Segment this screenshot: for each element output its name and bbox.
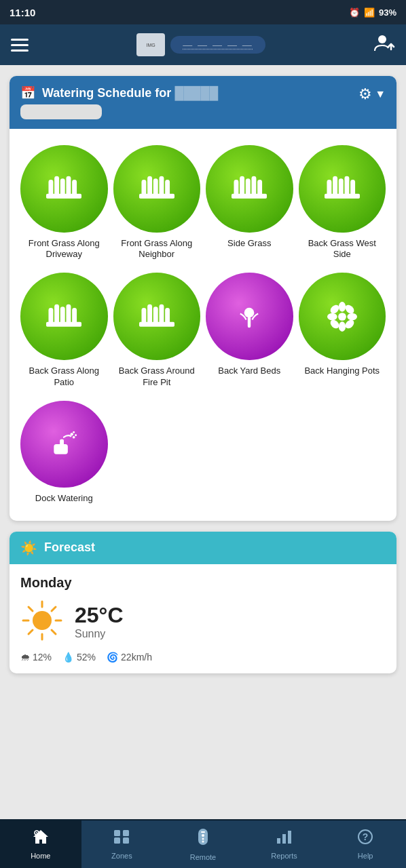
zone-item-6[interactable]: Back Grass Around Fire Pit <box>113 273 201 388</box>
svg-line-59 <box>29 607 33 611</box>
svg-rect-20 <box>327 180 331 196</box>
zone-item-9[interactable]: Dock Watering <box>20 401 108 505</box>
zone-item-3[interactable]: Side Grass <box>206 145 293 260</box>
svg-rect-32 <box>141 308 146 324</box>
svg-rect-66 <box>123 830 129 836</box>
zone-circle-1 <box>20 145 108 233</box>
zone-circle-6 <box>113 273 201 360</box>
menu-button[interactable] <box>11 39 29 52</box>
forecast-description: Sunny <box>75 628 124 640</box>
sun-header-icon: ☀️ <box>20 540 37 556</box>
nav-item-help[interactable]: ? Help <box>325 821 406 868</box>
device-name[interactable]: — — — — — <box>170 36 265 54</box>
svg-point-73 <box>202 841 204 843</box>
zone-item-1[interactable]: Front Grass Along Driveway <box>20 145 108 260</box>
forecast-title: Forecast <box>44 540 95 555</box>
forecast-header: ☀️ Forecast <box>10 532 396 564</box>
svg-rect-8 <box>141 180 146 196</box>
humidity-icon: 💧 <box>62 652 74 663</box>
schedule-device-blurred: █████ <box>174 86 218 100</box>
nav-item-zones[interactable]: Zones <box>81 821 163 868</box>
svg-point-50 <box>71 433 73 435</box>
svg-rect-38 <box>248 317 251 328</box>
svg-point-71 <box>202 834 204 837</box>
svg-rect-14 <box>234 180 239 196</box>
main-content: 📅 Watering Schedule for █████ ⚙ ▼ <box>0 65 406 749</box>
svg-rect-24 <box>350 180 355 196</box>
svg-rect-15 <box>240 176 244 196</box>
zone-circle-7 <box>206 273 293 360</box>
svg-rect-5 <box>67 176 71 196</box>
svg-text:?: ? <box>363 831 369 842</box>
rain-icon: 🌧 <box>20 652 30 663</box>
zone-label-6: Back Grass Around Fire Pit <box>113 366 201 389</box>
svg-point-72 <box>202 838 204 840</box>
zone-item-2[interactable]: Front Grass Along Neighbor <box>113 145 201 260</box>
svg-rect-28 <box>60 307 65 324</box>
svg-rect-75 <box>282 834 286 844</box>
battery-icon: 93% <box>379 7 396 18</box>
wind-icon: 🌀 <box>107 652 118 663</box>
zone-item-5[interactable]: Back Grass Along Patio <box>20 273 108 388</box>
zone-item-7[interactable]: Back Yard Beds <box>206 273 293 388</box>
top-nav: IMG — — — — — <box>0 24 406 65</box>
zone-item-8[interactable]: Back Hanging Pots <box>299 273 386 388</box>
forecast-temperature: 25°C <box>75 603 124 628</box>
dropdown-arrow-icon: ▼ <box>375 88 386 100</box>
zone-circle-9 <box>20 401 108 488</box>
svg-rect-48 <box>54 444 69 454</box>
logo-area: IMG — — — — — <box>136 33 265 56</box>
zone-label-7: Back Yard Beds <box>218 366 280 377</box>
bottom-nav: Home Zones Remote Reports ? Help <box>0 819 406 868</box>
svg-rect-33 <box>147 304 152 323</box>
remote-nav-icon <box>196 827 210 850</box>
svg-rect-26 <box>49 308 54 324</box>
zone-label-9: Dock Watering <box>35 493 93 505</box>
schedule-settings-button[interactable]: ⚙ ▼ <box>358 85 386 103</box>
zone-circle-3 <box>206 145 293 233</box>
svg-rect-36 <box>165 308 170 324</box>
svg-rect-12 <box>165 180 170 196</box>
zone-item-4[interactable]: Back Grass West Side <box>299 145 386 260</box>
user-settings-icon[interactable] <box>373 33 395 56</box>
forecast-main: 25°C Sunny <box>20 599 386 645</box>
nav-item-remote[interactable]: Remote <box>162 821 244 868</box>
svg-rect-67 <box>114 837 120 844</box>
svg-point-64 <box>36 832 37 833</box>
svg-point-41 <box>339 321 346 332</box>
svg-point-52 <box>73 431 75 433</box>
svg-rect-70 <box>201 831 205 833</box>
svg-rect-21 <box>333 176 337 196</box>
nav-item-reports[interactable]: Reports <box>244 821 325 868</box>
zones-nav-label: Zones <box>111 852 132 860</box>
svg-rect-9 <box>147 176 152 196</box>
zone-label-8: Back Hanging Pots <box>304 366 380 377</box>
svg-rect-29 <box>67 304 71 323</box>
svg-point-0 <box>378 35 386 43</box>
wifi-icon: 📶 <box>364 7 375 18</box>
svg-rect-30 <box>72 308 77 324</box>
wind-speed: 22km/h <box>121 652 152 663</box>
zone-circle-2 <box>113 145 201 233</box>
svg-line-60 <box>52 630 56 634</box>
schedule-header: 📅 Watering Schedule for █████ ⚙ ▼ <box>10 76 396 129</box>
zones-nav-icon <box>113 829 130 849</box>
forecast-temp-desc: 25°C Sunny <box>75 603 124 640</box>
svg-rect-18 <box>257 180 262 196</box>
svg-rect-23 <box>344 176 349 196</box>
svg-point-39 <box>338 313 346 321</box>
humidity-stat: 💧 52% <box>62 652 96 663</box>
zone-label-3: Side Grass <box>227 238 271 250</box>
reports-nav-icon <box>276 829 293 849</box>
schedule-title: Watering Schedule for █████ <box>42 86 218 100</box>
status-bar: 11:10 ⏰ 📶 93% <box>0 0 406 24</box>
zone-label-2: Front Grass Along Neighbor <box>113 238 201 261</box>
svg-rect-6 <box>72 180 77 196</box>
svg-point-45 <box>344 303 356 315</box>
svg-rect-74 <box>277 838 280 844</box>
svg-point-53 <box>75 434 77 436</box>
nav-item-home[interactable]: Home <box>0 821 81 868</box>
svg-rect-11 <box>159 176 164 196</box>
svg-point-47 <box>344 318 356 330</box>
svg-line-62 <box>29 630 33 634</box>
